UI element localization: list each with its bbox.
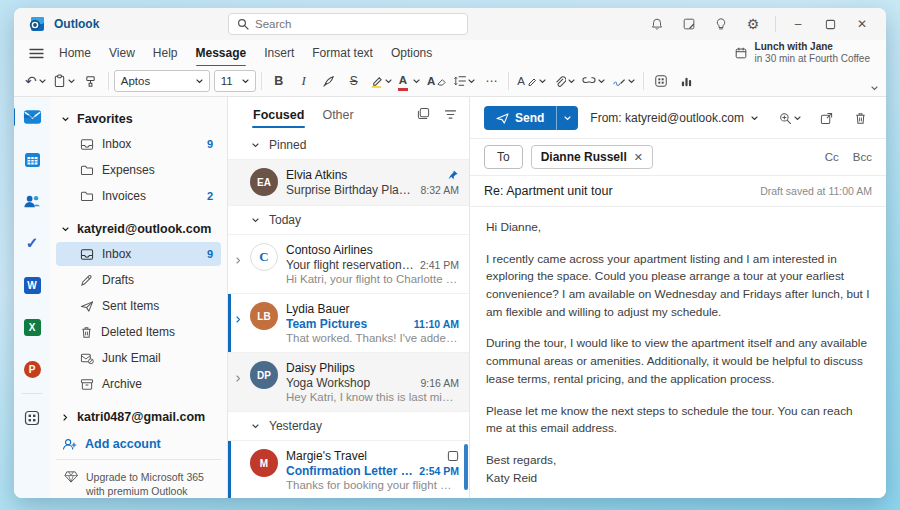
chevron-right-icon[interactable]: [235, 367, 242, 385]
mail-item-daisy[interactable]: DP Daisy Philips Yoga Workshop 9:16 AM H…: [228, 352, 469, 411]
notifications-bell-icon[interactable]: [643, 12, 671, 36]
folder-junk-email[interactable]: Junk Email: [56, 346, 221, 370]
more-formatting-button[interactable]: ⋯: [479, 69, 503, 93]
highlight-button[interactable]: [367, 69, 395, 93]
open-in-new-window-button[interactable]: [814, 106, 838, 130]
editor-button[interactable]: A: [514, 69, 549, 93]
settings-gear-icon[interactable]: ⚙: [739, 12, 767, 36]
insert-chart-button[interactable]: [674, 69, 698, 93]
folder-archive[interactable]: Archive: [56, 372, 221, 396]
tab-format-text[interactable]: Format text: [303, 42, 382, 64]
notes-icon[interactable]: [675, 12, 703, 36]
rail-calendar-icon[interactable]: [18, 145, 46, 173]
time: 11:10 AM: [414, 318, 459, 330]
chevron-right-icon[interactable]: [235, 308, 242, 326]
section-pinned[interactable]: Pinned: [228, 131, 469, 159]
search-bar[interactable]: [228, 13, 468, 35]
quill-pen-icon[interactable]: [317, 69, 341, 93]
tab-options[interactable]: Options: [382, 42, 441, 64]
rail-word-icon[interactable]: W: [18, 271, 46, 299]
link-icon: [582, 75, 596, 87]
folder-favorites-expenses[interactable]: Expenses: [56, 158, 221, 182]
filter-icon[interactable]: [442, 105, 459, 125]
list-scrollbar[interactable]: [464, 444, 468, 490]
mail-item-lydia[interactable]: LB Lydia Bauer Team Pictures 11:10 AM Th…: [228, 293, 469, 352]
discard-trash-button[interactable]: [848, 106, 872, 130]
paste-button[interactable]: [50, 69, 78, 93]
send-button[interactable]: Send: [484, 106, 556, 130]
rail-mail-icon[interactable]: [18, 103, 46, 131]
rail-people-icon[interactable]: [18, 187, 46, 215]
chevron-right-icon[interactable]: [235, 249, 242, 267]
tab-help[interactable]: Help: [144, 42, 187, 64]
tab-view[interactable]: View: [100, 42, 144, 64]
from-selector[interactable]: From: katyreid@outlook.com: [590, 111, 758, 125]
loop-components-button[interactable]: [649, 69, 673, 93]
tab-other[interactable]: Other: [321, 106, 354, 124]
hamburger-menu-icon[interactable]: [22, 42, 50, 64]
recipient-chip[interactable]: Dianne Russell ✕: [531, 145, 653, 169]
favorites-header[interactable]: Favorites: [56, 107, 221, 131]
select-messages-icon[interactable]: [415, 105, 432, 125]
italic-button[interactable]: I: [292, 69, 316, 93]
subject-row[interactable]: Re: Apartment unit tour Draft saved at 1…: [470, 175, 886, 207]
rail-excel-icon[interactable]: X: [18, 313, 46, 341]
font-size-select[interactable]: 11: [214, 70, 256, 92]
section-yesterday[interactable]: Yesterday: [228, 411, 469, 440]
zoom-button[interactable]: [776, 106, 804, 130]
tab-message[interactable]: Message: [187, 42, 256, 64]
clear-formatting-button[interactable]: A: [424, 69, 449, 93]
section-today[interactable]: Today: [228, 205, 469, 234]
folder-favorites-inbox[interactable]: Inbox 9: [56, 132, 221, 156]
send-options-chevron[interactable]: [556, 106, 578, 130]
folder-icon: [80, 164, 94, 176]
rail-more-apps-icon[interactable]: [18, 404, 46, 432]
account-outlook-header[interactable]: katyreid@outlook.com: [56, 217, 221, 241]
attach-file-button[interactable]: [550, 69, 578, 93]
cc-button[interactable]: Cc: [825, 151, 839, 163]
format-painter-button[interactable]: [79, 69, 103, 93]
maximize-button[interactable]: [816, 12, 844, 36]
rail-powerpoint-icon[interactable]: P: [18, 355, 46, 383]
search-input[interactable]: [255, 18, 435, 30]
calendar-reminder[interactable]: Lunch with Jane in 30 min at Fourth Coff…: [734, 41, 876, 66]
minimize-button[interactable]: –: [784, 12, 812, 36]
tips-lightbulb-icon[interactable]: [707, 12, 735, 36]
sender: Contoso Airlines: [286, 243, 459, 257]
mail-item-elvia[interactable]: EA Elvia Atkins Surprise Birthday Planni…: [228, 159, 469, 205]
to-button[interactable]: To: [484, 145, 523, 169]
undo-button[interactable]: ↶: [22, 69, 49, 93]
folder-favorites-invoices[interactable]: Invoices 2: [56, 184, 221, 208]
close-button[interactable]: ✕: [848, 12, 876, 36]
ribbon-collapse-button[interactable]: [871, 79, 878, 94]
signature-button[interactable]: [609, 69, 638, 93]
upgrade-banner[interactable]: Upgrade to Microsoft 365 with premium Ou…: [56, 459, 221, 498]
bold-button[interactable]: B: [267, 69, 291, 93]
tab-insert[interactable]: Insert: [255, 42, 303, 64]
line-spacing-button[interactable]: [450, 69, 478, 93]
subject: Team Pictures: [286, 317, 408, 331]
account-gmail-header[interactable]: katri0487@gmail.com: [56, 405, 221, 429]
subject-field[interactable]: Re: Apartment unit tour: [484, 184, 613, 198]
message-body-editor[interactable]: Hi Dianne, I recently came across your a…: [470, 207, 886, 498]
strikethrough-button[interactable]: S: [342, 69, 366, 93]
mail-item-margie[interactable]: M Margie's Travel Confirmation Letter - …: [228, 440, 469, 498]
mail-item-contoso[interactable]: C Contoso Airlines Your flight reservati…: [228, 234, 469, 293]
add-account-button[interactable]: Add account: [56, 429, 221, 459]
drafts-pencil-icon: [80, 274, 94, 287]
folder-inbox[interactable]: Inbox 9: [56, 242, 221, 266]
checkbox-icon[interactable]: [447, 450, 459, 462]
rail-todo-icon[interactable]: ✓: [18, 229, 46, 257]
folder-sent-items[interactable]: Sent Items: [56, 294, 221, 318]
font-name-select[interactable]: Aptos: [114, 70, 210, 92]
tab-focused[interactable]: Focused: [252, 106, 305, 124]
font-color-button[interactable]: A: [396, 69, 423, 93]
remove-recipient-icon[interactable]: ✕: [634, 151, 643, 164]
pin-icon[interactable]: [447, 169, 459, 181]
folder-deleted-items[interactable]: Deleted Items: [56, 320, 221, 344]
folder-drafts[interactable]: Drafts: [56, 268, 221, 292]
insert-link-button[interactable]: [579, 69, 608, 93]
body-paragraph: I recently came across your apartment li…: [486, 251, 870, 322]
bcc-button[interactable]: Bcc: [853, 151, 872, 163]
tab-home[interactable]: Home: [50, 42, 100, 64]
